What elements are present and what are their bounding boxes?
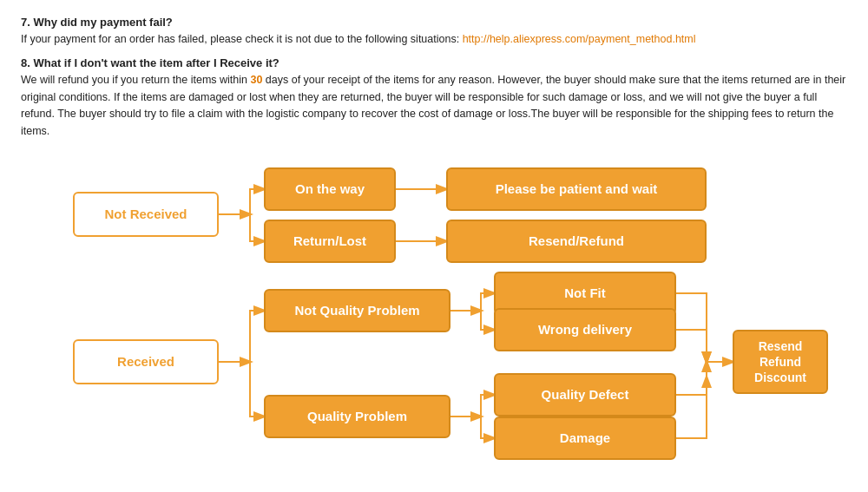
faq-q8-title: 8. What if I don't want the item after I…	[21, 56, 847, 69]
return-lost-node: Return/Lost	[264, 220, 396, 263]
flowchart: Not Received On the way Return/Lost Plea…	[21, 152, 854, 490]
page: 7. Why did my payment fail? If your paym…	[0, 0, 868, 492]
faq-q7: 7. Why did my payment fail? If your paym…	[21, 16, 847, 48]
wrong-delivery-node: Wrong delivery	[494, 308, 676, 351]
resend-refund-discount-node: Resend Refund Discount	[733, 330, 828, 394]
faq-q7-link[interactable]: http://help.aliexpress.com/payment_metho…	[463, 33, 696, 45]
faq-q7-body: If your payment for an order has failed,…	[21, 31, 847, 48]
quality-problem-node: Quality Problem	[264, 395, 450, 438]
damage-node: Damage	[494, 417, 676, 460]
please-be-patient-node: Please be patient and wait	[446, 167, 707, 211]
faq-q7-text: If your payment for an order has failed,…	[21, 33, 463, 45]
faq-q7-title: 7. Why did my payment fail?	[21, 16, 847, 29]
not-received-node: Not Received	[73, 192, 219, 237]
faq-q8-highlight: 30	[250, 74, 262, 86]
received-node: Received	[73, 339, 219, 384]
faq-q8-pre: We will refund you if you return the ite…	[21, 74, 250, 86]
faq-q8: 8. What if I don't want the item after I…	[21, 56, 847, 140]
not-quality-problem-node: Not Quality Problem	[264, 289, 450, 332]
on-the-way-node: On the way	[264, 167, 396, 211]
resend-refund-top-node: Resend/Refund	[446, 220, 707, 263]
faq-q8-body: We will refund you if you return the ite…	[21, 72, 847, 140]
quality-defect-node: Quality Defect	[494, 373, 676, 417]
